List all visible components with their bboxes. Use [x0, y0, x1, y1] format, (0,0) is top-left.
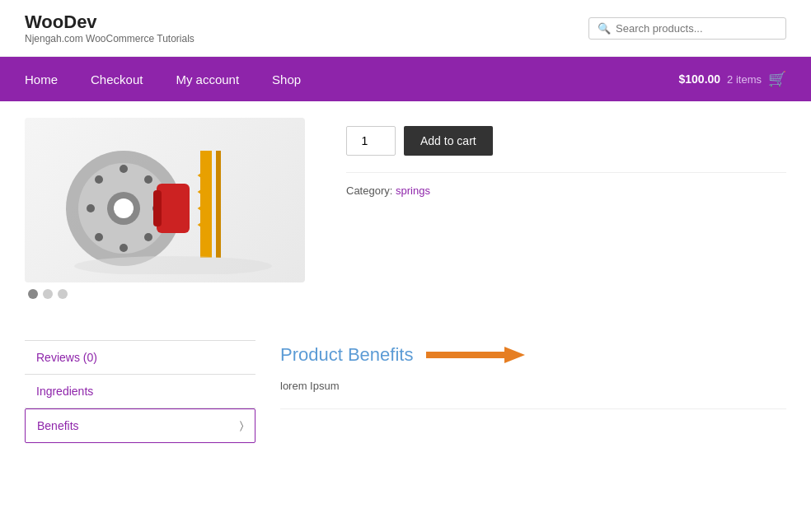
- nav-checkout[interactable]: Checkout: [91, 72, 143, 86]
- nav-home[interactable]: Home: [25, 72, 58, 86]
- dot-3: [58, 289, 68, 299]
- cart-count: 2 items: [727, 73, 762, 86]
- dot-1: [28, 289, 38, 299]
- add-to-cart-button[interactable]: Add to cart: [404, 126, 493, 156]
- product-image: [25, 118, 305, 282]
- site-branding: WooDev Njengah.com WooCommerce Tutorials: [25, 12, 195, 44]
- category-link[interactable]: springs: [396, 184, 430, 197]
- product-section: 1 Add to cart Category: springs: [0, 101, 811, 332]
- svg-point-10: [87, 204, 95, 212]
- quantity-input[interactable]: 1: [346, 126, 396, 156]
- search-input[interactable]: [616, 22, 777, 35]
- cart-area[interactable]: $100.00 2 items 🛒: [678, 70, 786, 88]
- nav-links: Home Checkout My account Shop: [25, 72, 678, 86]
- svg-rect-13: [153, 190, 162, 226]
- quantity-add-row: 1 Add to cart: [346, 118, 786, 156]
- tab-content-text: lorem Ipsum: [280, 380, 786, 392]
- site-tagline: Njengah.com WooCommerce Tutorials: [25, 33, 195, 44]
- tabs-sidebar: Reviews (0) Ingredients Benefits 〉: [25, 340, 255, 443]
- svg-marker-18: [504, 347, 525, 363]
- svg-point-9: [95, 233, 103, 241]
- site-title: WooDev: [25, 12, 195, 33]
- category-row: Category: springs: [346, 172, 786, 197]
- nav-bar: Home Checkout My account Shop $100.00 2 …: [0, 57, 811, 101]
- nav-myaccount[interactable]: My account: [176, 72, 239, 86]
- tab-ingredients[interactable]: Ingredients: [25, 375, 255, 408]
- search-icon: 🔍: [598, 22, 611, 35]
- svg-point-4: [120, 165, 128, 173]
- search-form[interactable]: 🔍: [588, 17, 786, 40]
- arrow-icon: [426, 343, 525, 366]
- tab-benefits-label: Benefits: [37, 419, 79, 432]
- tab-ingredients-label: Ingredients: [36, 385, 93, 398]
- svg-point-7: [144, 233, 152, 241]
- svg-point-8: [120, 244, 128, 252]
- tab-content-heading: Product Benefits: [280, 344, 413, 366]
- nav-shop[interactable]: Shop: [272, 72, 301, 86]
- cart-icon[interactable]: 🛒: [768, 70, 786, 88]
- chevron-right-icon: 〉: [240, 419, 243, 432]
- tab-content-area: Product Benefits lorem Ipsum: [280, 340, 786, 443]
- image-dots: [25, 289, 321, 299]
- dot-2: [43, 289, 53, 299]
- tab-reviews[interactable]: Reviews (0): [25, 340, 255, 375]
- site-header: WooDev Njengah.com WooCommerce Tutorials…: [0, 0, 811, 57]
- product-illustration: [49, 126, 280, 274]
- tab-benefits[interactable]: Benefits 〉: [25, 408, 255, 443]
- svg-point-5: [144, 175, 152, 184]
- product-details: 1 Add to cart Category: springs: [346, 118, 786, 299]
- tab-content-divider: [280, 408, 786, 409]
- tabs-section: Reviews (0) Ingredients Benefits 〉 Produ…: [0, 332, 811, 476]
- tab-reviews-label: Reviews (0): [36, 351, 97, 364]
- svg-point-3: [114, 198, 134, 218]
- category-label: Category:: [346, 184, 392, 197]
- tab-content-title: Product Benefits: [280, 343, 786, 366]
- product-image-area: [25, 118, 321, 299]
- cart-total: $100.00: [678, 72, 720, 86]
- svg-point-11: [95, 175, 103, 184]
